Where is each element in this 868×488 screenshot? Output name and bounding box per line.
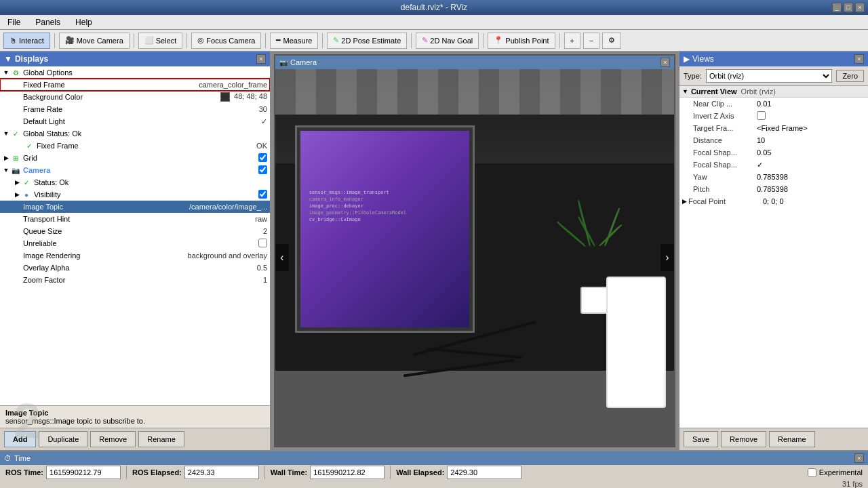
views-title: Views <box>692 54 714 64</box>
time-icon: ⏱ <box>4 454 12 462</box>
camera-content: sensor_msgs::image_transport camera_info… <box>275 69 674 446</box>
close-btn[interactable]: × <box>855 3 865 12</box>
scene-right-obj <box>606 277 666 409</box>
frame-rate-label: Frame Rate <box>22 105 259 113</box>
views-row-distance[interactable]: Distance 10 <box>679 134 868 146</box>
ros-time-group: ROS Time: <box>5 466 121 479</box>
invert-z-checkbox[interactable] <box>757 111 766 120</box>
tree-default-light[interactable]: Default Light ✓ <box>0 115 270 127</box>
views-content: ▼ Current View Orbit (rviz) Near Clip ..… <box>679 86 868 428</box>
wall-elapsed-field[interactable] <box>447 466 521 479</box>
window-controls[interactable]: _ □ × <box>832 3 865 12</box>
default-light-value: ✓ <box>261 117 270 126</box>
current-view-label: Current View <box>691 87 737 96</box>
save-view-button[interactable]: Save <box>684 431 718 447</box>
nav-goal-button[interactable]: ✎ 2D Nav Goal <box>416 33 479 49</box>
toolbar-separator-7 <box>483 33 484 48</box>
maximize-btn[interactable]: □ <box>844 3 853 12</box>
frame-rate-value: 30 <box>259 105 270 113</box>
plant-pot <box>580 287 608 314</box>
minimize-btn[interactable]: _ <box>832 3 842 12</box>
tree-global-status[interactable]: ▼ ✓ Global Status: Ok <box>0 127 270 140</box>
focal-shape-1-label: Focal Shap... <box>682 148 757 157</box>
views-zero-button[interactable]: Zero <box>836 70 864 82</box>
rename-view-button[interactable]: Rename <box>769 431 815 447</box>
views-row-pitch[interactable]: Pitch 0.785398 <box>679 183 868 195</box>
remove-view-button[interactable]: Remove <box>721 431 766 447</box>
settings-icon-button[interactable]: ⚙ <box>602 33 621 49</box>
views-row-target-frame[interactable]: Target Fra... <Fixed Frame> <box>679 122 868 134</box>
tree-transport-hint[interactable]: Transport Hint raw <box>0 213 270 225</box>
move-camera-button[interactable]: 🎥 Move Camera <box>59 33 130 49</box>
views-row-focal-point[interactable]: ▶ Focal Point 0; 0; 0 <box>679 195 868 207</box>
toolbar-separator-6 <box>411 33 412 48</box>
global-options-icon: ⚙ <box>11 68 20 77</box>
status-description: sensor_msgs::Image topic to subscribe to… <box>5 417 264 425</box>
status-ok-label: Status: Ok <box>33 178 270 186</box>
views-row-focal-shape-1[interactable]: Focal Shap... 0.05 <box>679 146 868 159</box>
tree-frame-rate[interactable]: Frame Rate 30 <box>0 103 270 115</box>
current-view-type: Orbit (rviz) <box>741 87 776 96</box>
publish-point-button[interactable]: 📍 Publish Point <box>488 33 555 49</box>
views-row-near-clip[interactable]: Near Clip ... 0.01 <box>679 98 868 110</box>
add-display-button[interactable]: Add <box>4 431 36 447</box>
toolbar-separator <box>54 33 55 48</box>
tree-image-rendering[interactable]: Image Rendering background and overlay <box>0 249 270 262</box>
tree-unreliable[interactable]: Unreliable <box>0 237 270 249</box>
experimental-checkbox[interactable] <box>808 468 816 477</box>
remove-display-button[interactable]: Remove <box>90 431 136 447</box>
wall-time-field[interactable] <box>310 466 384 479</box>
select-button[interactable]: ⬜ Select <box>138 33 183 49</box>
camera-window-close-btn[interactable]: × <box>660 58 670 67</box>
views-row-focal-shape-2[interactable]: Focal Shap... ✓ <box>679 159 868 171</box>
tree-fixed-frame-ok[interactable]: ✓ Fixed Frame OK <box>0 140 270 152</box>
ros-elapsed-field[interactable] <box>184 466 259 479</box>
color-swatch <box>220 92 230 102</box>
tree-status-ok[interactable]: ▶ ✓ Status: Ok <box>0 176 270 188</box>
tree-background-color[interactable]: Background Color 48; 48; 48 <box>0 91 270 103</box>
invert-z-label: Invert Z Axis <box>682 112 757 120</box>
views-type-row: Type: Orbit (rviz) Zero <box>679 66 868 86</box>
menu-help[interactable]: Help <box>71 16 96 28</box>
camera-checkbox[interactable] <box>258 165 267 174</box>
scene-monitor: sensor_msgs::image_transport camera_info… <box>295 125 475 333</box>
tree-global-options[interactable]: ▼ ⚙ Global Options <box>0 66 270 79</box>
image-topic-value: /camera/color/image_... <box>189 203 270 211</box>
add-icon-button[interactable]: + <box>564 33 580 49</box>
displays-close-btn[interactable]: × <box>256 54 266 64</box>
tree-camera[interactable]: ▼ 📷 Camera <box>0 164 270 176</box>
tree-grid[interactable]: ▶ ⊞ Grid <box>0 152 270 164</box>
visibility-checkbox[interactable] <box>258 190 267 199</box>
tree-queue-size[interactable]: Queue Size 2 <box>0 225 270 237</box>
views-type-select[interactable]: Orbit (rviz) <box>706 69 832 83</box>
ros-time-field[interactable] <box>46 466 121 479</box>
tree-overlay-alpha[interactable]: Overlay Alpha 0.5 <box>0 262 270 274</box>
overlay-alpha-label: Overlay Alpha <box>22 264 257 272</box>
views-close-btn[interactable]: × <box>854 54 864 64</box>
interact-button[interactable]: 🖱 Interact <box>3 33 50 49</box>
views-row-yaw[interactable]: Yaw 0.785398 <box>679 171 868 183</box>
grid-checkbox[interactable] <box>258 153 267 162</box>
expand-visibility-icon: ▶ <box>12 191 22 198</box>
pose-estimate-button[interactable]: ✎ 2D Pose Estimate <box>327 33 407 49</box>
tree-zoom-factor[interactable]: Zoom Factor 1 <box>0 274 270 286</box>
tree-fixed-frame[interactable]: Fixed Frame camera_color_frame <box>0 79 270 91</box>
tree-image-topic[interactable]: Image Topic /camera/color/image_... <box>0 201 270 213</box>
minus-icon-button[interactable]: − <box>583 33 599 49</box>
focal-point-label: Focal Point <box>688 197 763 205</box>
unreliable-checkbox[interactable] <box>258 239 267 247</box>
camera-nav-right[interactable]: › <box>660 244 674 271</box>
menu-panels[interactable]: Panels <box>31 16 64 28</box>
time-close-btn[interactable]: × <box>854 453 864 463</box>
measure-button[interactable]: ━ Measure <box>270 33 318 49</box>
camera-scene: sensor_msgs::image_transport camera_info… <box>275 69 674 446</box>
views-current-view-header[interactable]: ▼ Current View Orbit (rviz) <box>679 86 868 98</box>
tree-visibility[interactable]: ▶ ● Visibility <box>0 188 270 201</box>
focus-camera-button[interactable]: ◎ Focus Camera <box>191 33 261 49</box>
menu-file[interactable]: File <box>3 16 24 28</box>
duplicate-display-button[interactable]: Duplicate <box>39 431 87 447</box>
rename-display-button[interactable]: Rename <box>138 431 184 447</box>
measure-icon: ━ <box>276 36 281 45</box>
camera-nav-left[interactable]: ‹ <box>275 244 289 271</box>
views-row-invert-z[interactable]: Invert Z Axis <box>679 110 868 122</box>
